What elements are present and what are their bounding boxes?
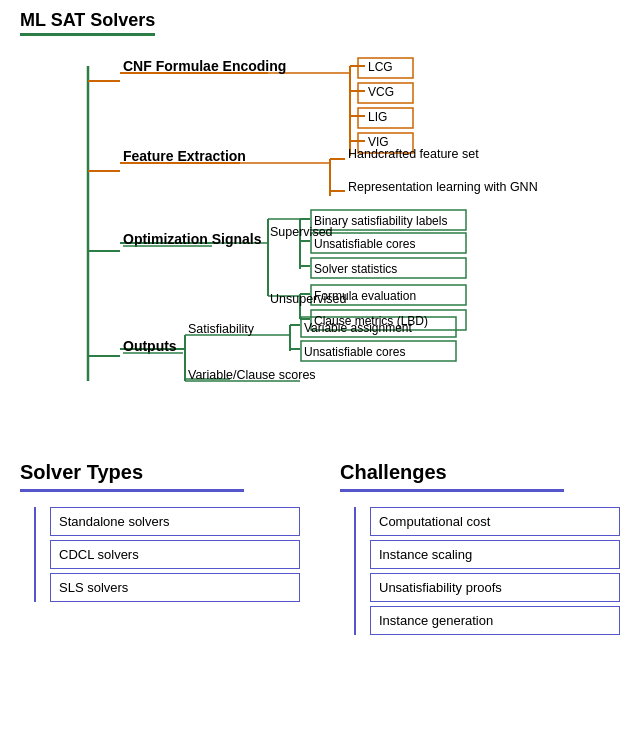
list-item: Instance generation [370, 606, 620, 635]
solver-types-vert-line [34, 507, 36, 602]
unsat-cores-sup-leaf: Unsatisfiable cores [314, 237, 415, 251]
list-item: SLS solvers [50, 573, 300, 602]
handcrafted-leaf: Handcrafted feature set [348, 147, 479, 161]
list-item: CDCL solvers [50, 540, 300, 569]
page-title: ML SAT Solvers [20, 10, 155, 36]
solver-stats-leaf: Solver statistics [314, 262, 397, 276]
list-item: Computational cost [370, 507, 620, 536]
lig-leaf: LIG [368, 110, 387, 124]
list-item: Instance scaling [370, 540, 620, 569]
solver-types-block: Solver Types Standalone solvers CDCL sol… [20, 461, 300, 639]
tree-svg: CNF Formulae Encoding LCG VCG LIG VIG Fe… [20, 51, 640, 441]
challenges-block: Challenges Computational cost Instance s… [340, 461, 620, 639]
feature-label: Feature Extraction [123, 148, 246, 164]
tree-diagram: CNF Formulae Encoding LCG VCG LIG VIG Fe… [20, 51, 640, 441]
var-assign-leaf: Variable assignment [304, 321, 413, 335]
solver-types-list: Standalone solvers CDCL solvers SLS solv… [20, 507, 300, 602]
vcg-leaf: VCG [368, 85, 394, 99]
challenges-vert-line [354, 507, 356, 635]
satisfiability-label: Satisfiability [188, 322, 255, 336]
cnf-label: CNF Formulae Encoding [123, 58, 286, 74]
formula-eval-leaf: Formula evaluation [314, 289, 416, 303]
challenges-divider [340, 489, 564, 492]
var-clause-label: Variable/Clause scores [188, 368, 316, 382]
solver-types-title: Solver Types [20, 461, 300, 484]
lcg-leaf: LCG [368, 60, 393, 74]
challenges-list: Computational cost Instance scaling Unsa… [340, 507, 620, 635]
binary-sat-leaf: Binary satisfiability labels [314, 214, 447, 228]
list-item: Standalone solvers [50, 507, 300, 536]
gnn-leaf: Representation learning with GNN [348, 180, 538, 194]
unsat-cores-out-leaf: Unsatisfiable cores [304, 345, 405, 359]
list-item: Unsatisfiability proofs [370, 573, 620, 602]
bottom-section: Solver Types Standalone solvers CDCL sol… [20, 461, 620, 639]
optim-label: Optimization Signals [123, 231, 262, 247]
solver-types-divider [20, 489, 244, 492]
outputs-label: Outputs [123, 338, 177, 354]
challenges-title: Challenges [340, 461, 620, 484]
